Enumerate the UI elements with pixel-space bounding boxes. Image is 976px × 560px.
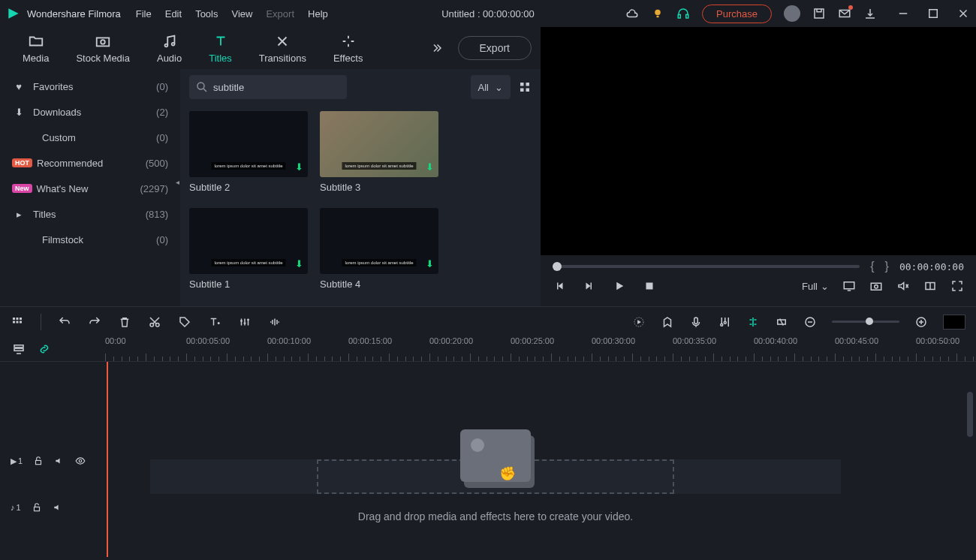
tab-audio[interactable]: Audio [143,33,195,64]
scrollbar[interactable] [967,392,973,437]
preview-canvas[interactable] [541,69,976,255]
render-icon[interactable] [632,315,646,329]
display-icon[interactable] [842,279,856,293]
track-manager-icon[interactable] [12,342,26,356]
grid-toggle-icon[interactable] [11,315,24,329]
svg-point-19 [875,285,878,289]
menu-file[interactable]: File [136,8,152,20]
svg-rect-2 [678,15,680,19]
cat-downloads[interactable]: ⬇ Downloads (2) [0,99,180,125]
stop-icon[interactable] [643,279,656,293]
avatar-icon[interactable] [784,5,800,22]
window-close-icon[interactable] [956,7,970,20]
audio-mixer-icon[interactable] [718,315,731,329]
svg-point-11 [197,83,204,89]
filter-dropdown[interactable]: All ⌄ [471,75,511,99]
folder-icon [28,33,44,50]
speaker-icon[interactable] [53,502,63,513]
play-icon[interactable] [613,279,626,293]
video-track-head[interactable]: ▶1 [0,449,105,473]
collapse-sidebar-icon[interactable]: ◂ [174,174,180,189]
export-button[interactable]: Export [458,36,532,60]
grid-view-icon[interactable] [518,80,532,94]
tab-media[interactable]: Media [9,33,62,64]
menu-tools[interactable]: Tools [195,8,218,20]
redo-icon[interactable] [88,315,101,329]
layout-icon[interactable] [923,279,937,293]
waveform-icon[interactable] [268,315,282,329]
title-thumbnail[interactable]: lorem ipsum dolor sit amet subtitle⬇Subt… [320,111,438,193]
cat-recommended[interactable]: HOT Recommended (500) [0,150,180,176]
quality-dropdown[interactable]: Full ⌄ [802,281,829,292]
purchase-button[interactable]: Purchase [702,5,772,23]
mark-out-icon[interactable]: } [885,260,889,273]
audio-track-head[interactable]: ♪1 [0,495,105,519]
zoom-in-icon[interactable] [914,315,928,329]
cat-favorites[interactable]: ♥ Favorites (0) [0,74,180,99]
download-icon: ⬇ [12,107,26,118]
delete-icon[interactable] [118,315,131,329]
ruler-tick: 00:00:20:00 [429,336,473,345]
tab-titles[interactable]: Titles [195,33,246,64]
chevron-down-icon: ⌄ [821,281,829,292]
cat-custom[interactable]: Custom (0) [0,125,180,150]
menu-edit[interactable]: Edit [165,8,182,20]
tab-transitions[interactable]: Transitions [246,33,320,64]
mark-in-icon[interactable]: { [870,260,874,273]
marker-icon[interactable] [661,315,674,329]
timeline-ruler[interactable]: 00:0000:00:05:0000:00:10:0000:00:15:0000… [0,336,976,362]
next-frame-icon[interactable] [583,279,596,293]
menu-view[interactable]: View [231,8,252,20]
timeline-tracks[interactable]: ✊ Drag and drop media and effects here t… [0,362,976,557]
lock-icon[interactable] [33,456,44,466]
split-icon[interactable] [746,315,760,329]
download-arrow-icon[interactable]: ⬇ [426,258,434,269]
window-maximize-icon[interactable] [926,7,940,20]
lock-icon[interactable] [32,502,42,513]
expand-panel-icon[interactable] [429,41,443,55]
download-app-icon[interactable] [863,7,877,20]
playhead[interactable] [107,362,108,557]
zoom-fit-icon[interactable] [943,315,965,330]
link-icon[interactable] [38,342,51,356]
tab-transitions-label: Transitions [259,53,306,64]
title-thumbnail[interactable]: lorem ipsum dolor sit amet subtitle⬇Subt… [189,208,308,290]
svg-rect-13 [526,83,530,86]
window-minimize-icon[interactable] [896,7,910,20]
menu-help[interactable]: Help [308,8,328,20]
cat-filmstock[interactable]: Filmstock (0) [0,227,180,252]
zoom-slider[interactable] [832,321,899,323]
mute-icon[interactable] [896,279,910,293]
tab-stock-media[interactable]: Stock Media [62,33,143,64]
title-thumbnail[interactable]: lorem ipsum dolor sit amet subtitle⬇Subt… [320,208,438,290]
undo-icon[interactable] [58,315,71,329]
ruler-tick: 00:00:15:00 [348,336,392,345]
tag-icon[interactable] [178,315,191,329]
title-thumbnail[interactable]: lorem ipsum dolor sit amet subtitle⬇Subt… [189,111,308,193]
eye-icon[interactable] [75,456,86,466]
voiceover-icon[interactable] [689,315,703,329]
crop-icon[interactable] [775,315,788,329]
cat-titles[interactable]: ▸ Titles (813) [0,201,180,227]
search-input[interactable] [189,75,347,99]
download-arrow-icon[interactable]: ⬇ [426,161,434,173]
cloud-icon[interactable] [625,7,639,20]
cut-icon[interactable] [148,315,161,329]
mail-icon[interactable] [838,7,851,20]
cat-whats-new[interactable]: New What's New (2297) [0,176,180,201]
add-text-icon[interactable] [208,315,221,329]
download-arrow-icon[interactable]: ⬇ [295,258,303,269]
menu-export[interactable]: Export [266,8,294,20]
idea-icon[interactable] [651,7,664,20]
zoom-out-icon[interactable] [803,315,817,329]
fullscreen-icon[interactable] [950,279,964,293]
adjust-icon[interactable] [238,315,252,329]
speaker-icon[interactable] [54,456,65,466]
prev-frame-icon[interactable] [553,279,566,293]
scrub-slider[interactable] [553,265,860,268]
save-icon[interactable] [812,7,826,20]
tab-effects[interactable]: Effects [320,33,377,64]
headset-icon[interactable] [676,7,690,20]
snapshot-icon[interactable] [869,279,883,293]
download-arrow-icon[interactable]: ⬇ [295,161,303,173]
